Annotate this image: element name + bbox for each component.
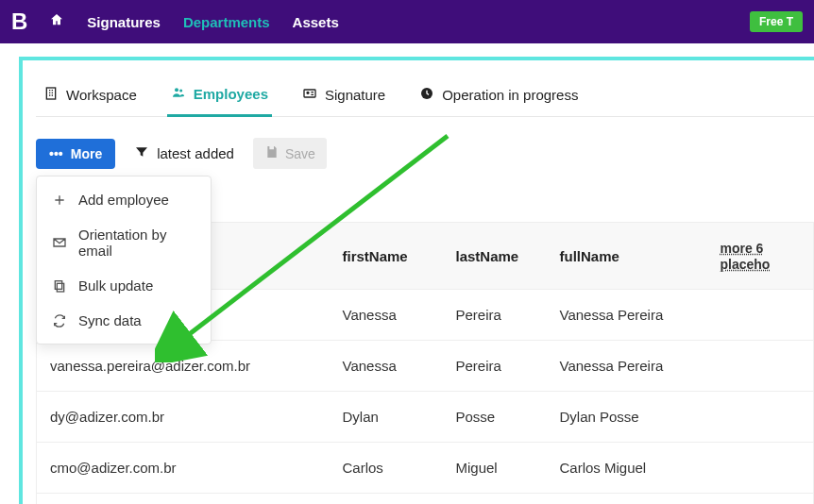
save-button[interactable]: Save [253,138,327,169]
plus-icon [52,193,67,208]
tab-employees[interactable]: Employees [167,77,272,117]
main-panel: Workspace Employees Signature Operation … [19,57,814,504]
dropdown-orientation[interactable]: Orientation by email [37,217,211,268]
svg-point-4 [307,92,309,93]
filter-icon [134,144,149,162]
envelope-icon [52,235,67,250]
col-lastname[interactable]: lastName [443,223,547,290]
cell-first: Vanessa [330,290,443,341]
building-icon [43,86,59,104]
ellipsis-icon: ••• [49,146,63,161]
cell-email: vanessa.pereira@adizer.com.br [37,341,330,392]
cell-full: Vanessa Pereira [547,341,707,392]
nav-assets[interactable]: Assets [293,14,339,30]
svg-point-1 [175,88,178,92]
users-icon [171,85,186,103]
col-firstname[interactable]: firstName [330,223,443,290]
dropdown-sync-label: Sync data [78,312,142,328]
cell-last: Miguel [443,443,547,494]
col-more-placeholders[interactable]: more 6 placeho [707,223,814,290]
tab-operation-label: Operation in progress [442,87,578,103]
dropdown-add-employee[interactable]: Add employee [37,182,211,217]
more-button[interactable]: ••• More [36,139,115,169]
nav-departments[interactable]: Departments [183,14,270,30]
more-button-label: More [71,146,102,161]
cell-email: contato@adizer.com.br [37,494,330,505]
home-icon[interactable] [49,12,64,31]
cell-last: Castro [443,494,547,505]
cell-first: Carlos [330,443,443,494]
filter-label: latest added [157,145,234,161]
dropdown-bulk-label: Bulk update [78,277,153,294]
table-row[interactable]: vanessa.pereira@adizer.com.br Vanessa Pe… [37,341,814,392]
dropdown-orientation-label: Orientation by email [78,227,195,259]
svg-rect-3 [304,90,315,97]
cell-full: Bernardo Castro [547,494,707,505]
subtabs: Workspace Employees Signature Operation … [36,77,814,117]
cell-email: cmo@adizer.com.br [37,443,330,494]
cell-last: Pereira [443,290,547,341]
id-card-icon [302,86,317,104]
tab-signature-label: Signature [325,87,385,103]
free-trial-button[interactable]: Free T [750,11,803,32]
cell-full: Dylan Posse [547,392,707,443]
svg-rect-6 [57,283,63,292]
cell-last: Posse [443,392,547,443]
logo: B [11,8,26,35]
cell-last: Pereira [443,341,547,392]
cell-first: Bernardo [330,494,443,505]
dropdown-sync-data[interactable]: Sync data [37,303,211,338]
table-row[interactable]: cmo@adizer.com.br Carlos Miguel Carlos M… [37,443,814,494]
tab-signature[interactable]: Signature [298,77,389,116]
top-nav: B Signatures Departments Assets Free T [0,0,814,43]
save-button-label: Save [285,146,315,161]
table-row[interactable]: dy@adizer.com.br Dylan Posse Dylan Posse [37,392,814,443]
dropdown-add-label: Add employee [78,192,169,208]
tab-workspace-label: Workspace [66,87,137,103]
copy-icon [52,278,67,294]
tab-operation[interactable]: Operation in progress [415,77,582,116]
more-dropdown: Add employee Orientation by email Bulk u… [36,176,212,344]
sync-icon [52,313,67,328]
toolbar: ••• More latest added Save Add employee [36,138,814,169]
svg-rect-0 [46,88,55,99]
filter-latest-added[interactable]: latest added [125,139,244,168]
cell-first: Vanessa [330,341,443,392]
clock-icon [419,86,434,104]
tab-employees-label: Employees [194,86,268,102]
tab-workspace[interactable]: Workspace [40,77,141,116]
cell-email: dy@adizer.com.br [37,392,330,443]
save-icon [264,144,280,162]
cell-first: Dylan [330,392,443,443]
table-row[interactable]: contato@adizer.com.br Bernardo Castro Be… [37,494,814,505]
nav-signatures[interactable]: Signatures [87,14,161,30]
svg-point-2 [179,89,182,92]
cell-full: Vanessa Pereira [547,290,707,341]
col-fullname[interactable]: fullName [547,223,707,290]
cell-full: Carlos Miguel [547,443,707,494]
svg-rect-7 [55,280,61,289]
dropdown-bulk-update[interactable]: Bulk update [37,268,211,303]
